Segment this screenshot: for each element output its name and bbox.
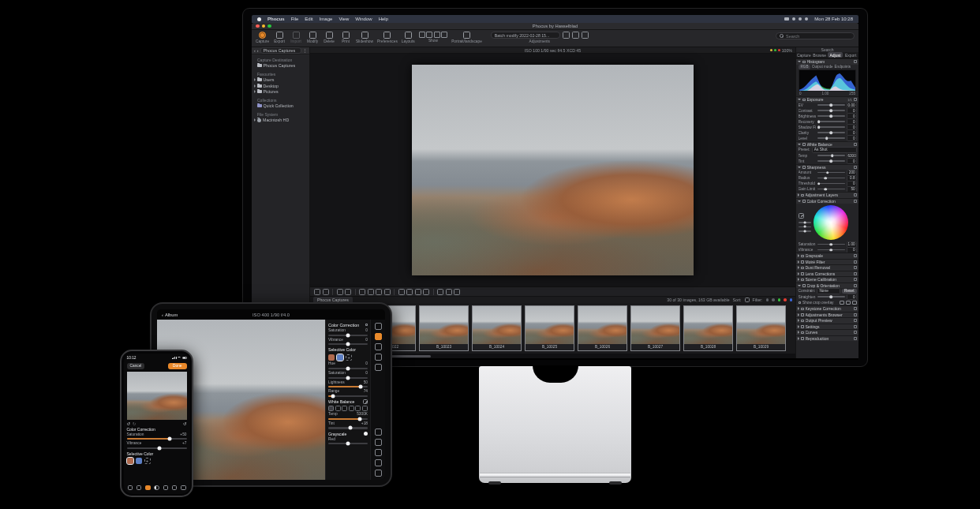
spot-tool-icon[interactable] bbox=[398, 289, 405, 295]
slider-track[interactable] bbox=[127, 447, 187, 449]
apply-adjustments-button[interactable] bbox=[563, 32, 570, 39]
loupe-tool-icon[interactable] bbox=[376, 289, 382, 295]
panel-tab[interactable]: Adjust bbox=[828, 52, 843, 58]
collapsed-section[interactable]: Settings bbox=[796, 324, 858, 330]
swatch-brown[interactable] bbox=[127, 458, 133, 464]
sidebar-location-dropdown[interactable]: Phocus Captures bbox=[260, 47, 301, 54]
slider-knob[interactable] bbox=[817, 125, 821, 129]
window-titlebar[interactable]: Phocus by Hasselblad bbox=[252, 23, 858, 30]
slider-track[interactable] bbox=[817, 178, 845, 179]
color-tool-icon[interactable] bbox=[145, 485, 151, 491]
eyedropper-icon[interactable] bbox=[799, 213, 804, 219]
show-toggle-buttons[interactable] bbox=[419, 32, 448, 38]
trash-icon[interactable] bbox=[454, 289, 460, 295]
slider-track[interactable] bbox=[817, 296, 845, 298]
wifi-icon[interactable] bbox=[792, 17, 795, 21]
lightness-mini-slider[interactable] bbox=[799, 230, 811, 231]
grayscale-toggle[interactable] bbox=[364, 432, 368, 436]
slider-track[interactable] bbox=[328, 377, 368, 379]
slider-track[interactable] bbox=[328, 343, 368, 345]
slider-knob[interactable] bbox=[331, 395, 335, 399]
slider-track[interactable] bbox=[817, 155, 845, 156]
slider-knob[interactable] bbox=[824, 188, 827, 191]
slider-track[interactable] bbox=[817, 137, 845, 139]
add-swatch-button[interactable]: + bbox=[144, 458, 151, 464]
next-image-icon[interactable] bbox=[446, 289, 452, 295]
collapsed-section[interactable]: Lens Corrections bbox=[796, 271, 858, 277]
slider-track[interactable] bbox=[328, 368, 368, 369]
wb-shade-icon[interactable] bbox=[349, 406, 354, 411]
redo-icon[interactable]: ↻ bbox=[133, 421, 137, 426]
slider-knob[interactable] bbox=[346, 333, 350, 337]
filmstrip-thumbnail[interactable]: B_10029 bbox=[736, 305, 786, 351]
rating-dot-yellow[interactable] bbox=[770, 49, 772, 51]
battery-icon[interactable] bbox=[784, 17, 789, 21]
collapsed-section[interactable]: Output Preview bbox=[796, 317, 858, 324]
section-options-icon[interactable] bbox=[854, 254, 857, 257]
slider-track[interactable] bbox=[817, 115, 845, 117]
panel-tab[interactable]: Capture bbox=[796, 52, 812, 58]
search-input[interactable] bbox=[786, 34, 851, 39]
slider-track[interactable] bbox=[817, 126, 845, 128]
toolbar-tool-button[interactable]: Import bbox=[290, 32, 302, 43]
section-color-correction[interactable]: Color Correction bbox=[796, 198, 858, 204]
toolbar-tool-button[interactable]: Slideshow bbox=[356, 32, 373, 43]
straighten-tool-icon[interactable] bbox=[345, 289, 351, 295]
slider-knob[interactable] bbox=[831, 154, 834, 157]
search-icon[interactable] bbox=[805, 17, 808, 21]
disclosure-icon[interactable] bbox=[254, 118, 256, 122]
redo-icon[interactable] bbox=[375, 439, 382, 446]
section-options-icon[interactable] bbox=[854, 193, 857, 196]
histogram-endpoints[interactable]: Endpoints bbox=[835, 65, 851, 69]
portrait-landscape-icon[interactable] bbox=[463, 32, 470, 39]
disclosure-icon[interactable] bbox=[254, 90, 256, 93]
slider-track[interactable] bbox=[328, 335, 368, 336]
slider-knob[interactable] bbox=[829, 114, 832, 118]
detail-tool-icon[interactable] bbox=[137, 485, 142, 491]
section-options-icon[interactable] bbox=[854, 166, 857, 169]
slider-knob[interactable] bbox=[825, 137, 829, 140]
folder-tree-row[interactable]: Collections bbox=[252, 97, 309, 103]
collapsed-section[interactable]: Grayscale bbox=[796, 253, 858, 259]
collapsed-section[interactable]: Adjustments Browser bbox=[796, 312, 858, 318]
eyedropper-icon[interactable] bbox=[363, 399, 368, 404]
eyedropper-tool-icon[interactable] bbox=[368, 289, 374, 295]
slider-knob[interactable] bbox=[346, 342, 350, 346]
info-icon[interactable] bbox=[375, 323, 382, 330]
section-options-icon[interactable] bbox=[854, 272, 857, 275]
forward-icon[interactable]: › bbox=[257, 48, 259, 53]
copy-adjustments-button[interactable] bbox=[572, 32, 579, 39]
toolbar-tool-button[interactable]: Capture bbox=[256, 32, 269, 43]
disclosure-icon[interactable] bbox=[254, 78, 256, 81]
filmstrip-thumbnail[interactable]: B_10027 bbox=[630, 305, 680, 351]
wb-fluorescent-icon[interactable] bbox=[362, 406, 368, 411]
slider-knob[interactable] bbox=[346, 376, 350, 380]
toolbar-tool-button[interactable]: Preferences bbox=[377, 32, 398, 43]
section-options-icon[interactable] bbox=[854, 200, 857, 203]
folder-tree-row[interactable]: File System bbox=[252, 111, 309, 118]
saturation-mini-slider[interactable] bbox=[799, 226, 811, 227]
histogram-output-mode[interactable]: Output mode bbox=[812, 65, 833, 69]
section-histogram[interactable]: Histogram bbox=[796, 58, 858, 65]
wb-as-shot-icon[interactable] bbox=[328, 406, 334, 411]
control-center-icon[interactable] bbox=[799, 17, 802, 21]
section-options-icon[interactable] bbox=[854, 313, 857, 316]
ipad-back-button[interactable]: ‹ Album bbox=[162, 313, 178, 317]
batch-modify-field[interactable]: Batch modify 2022-02-28 15... bbox=[491, 32, 560, 39]
exposure-tool-icon[interactable] bbox=[128, 485, 133, 491]
wb-cloudy-icon[interactable] bbox=[342, 406, 347, 411]
revert-icon[interactable] bbox=[375, 449, 382, 456]
section-options-icon[interactable] bbox=[854, 266, 857, 269]
section-options-icon[interactable] bbox=[854, 98, 857, 101]
zoom-level[interactable]: 100% bbox=[782, 48, 792, 53]
slider-track[interactable] bbox=[328, 427, 368, 429]
section-white-balance[interactable]: White Balance bbox=[796, 141, 858, 148]
section-options-icon[interactable] bbox=[854, 143, 857, 146]
slider-track[interactable] bbox=[328, 395, 368, 397]
disclosure-icon[interactable] bbox=[254, 84, 256, 88]
collapsed-section[interactable]: Scene Calibration bbox=[796, 276, 858, 283]
sort-button[interactable] bbox=[745, 298, 750, 302]
folder-tree-row[interactable]: Macintosh HD bbox=[252, 118, 309, 124]
previous-image-icon[interactable] bbox=[437, 289, 443, 295]
back-icon[interactable]: ‹ bbox=[254, 48, 256, 53]
